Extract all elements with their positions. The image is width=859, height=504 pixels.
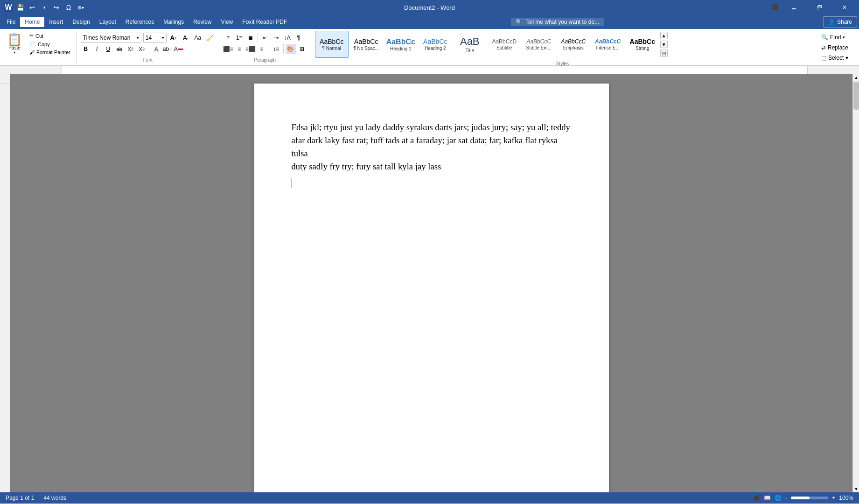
superscript-button[interactable]: X2 <box>137 44 147 54</box>
style-heading1[interactable]: AaBbCc Heading 1 <box>384 31 418 58</box>
copy-button[interactable]: 📄 Copy <box>27 40 73 48</box>
document-page[interactable]: Fdsa jkl; rtyu just yu lady daddy syraku… <box>254 84 609 492</box>
style-emphasis[interactable]: AaBbCcC Emphasis <box>557 31 590 58</box>
format-painter-button[interactable]: 🖌 Format Painter <box>27 49 73 56</box>
replace-label: Replace <box>828 44 848 51</box>
undo-dropdown-button[interactable]: ▾ <box>39 2 49 13</box>
show-formatting-button[interactable]: ¶ <box>293 33 304 43</box>
bold-button[interactable]: B <box>81 44 91 54</box>
menu-file[interactable]: File <box>2 17 20 27</box>
select-button[interactable]: ⬚ Select ▾ <box>818 53 852 63</box>
view-read-mode[interactable]: 📖 <box>764 495 771 501</box>
style-subtle-emphasis-label: Subtle Em... <box>526 45 552 50</box>
shrink-font-button[interactable]: A- <box>181 33 191 43</box>
font-name-selector[interactable]: Times New Roman ▾ <box>81 33 141 43</box>
sort-button[interactable]: ↕A <box>282 33 293 43</box>
borders-button[interactable]: ⊞ <box>297 44 307 54</box>
omega-button[interactable]: Ω <box>63 2 74 13</box>
clear-formatting-button[interactable]: 🧹 <box>205 33 215 43</box>
increase-indent-button[interactable]: ⇥ <box>271 33 281 43</box>
style-subtle-emphasis[interactable]: AaBbCcC Subtle Em... <box>522 31 556 58</box>
share-button[interactable]: 👤 Share <box>823 16 857 28</box>
style-normal[interactable]: AaBbCc ¶ Normal <box>315 31 349 58</box>
redo-button[interactable]: ↪ <box>51 2 62 13</box>
find-icon: 🔍 <box>821 34 828 41</box>
align-left-button[interactable]: ⬛≡ <box>223 44 233 54</box>
page-info: Page 1 of 1 <box>6 495 34 501</box>
text-effects-button[interactable]: A <box>151 44 161 54</box>
justify-button[interactable]: ≡ <box>257 44 267 54</box>
style-strong[interactable]: AaBbCc Strong <box>626 31 659 58</box>
style-no-spacing[interactable]: AaBbCc ¶ No Spac... <box>349 31 383 58</box>
scroll-down-button[interactable]: ▼ <box>853 486 859 492</box>
view-print-layout[interactable]: ⬛ <box>753 495 760 501</box>
style-emphasis-label: Emphasis <box>563 45 584 50</box>
font-size-arrow: ▾ <box>162 35 164 40</box>
styles-scroll-up[interactable]: ▲ <box>660 32 668 39</box>
align-right-button[interactable]: ≡⬛ <box>245 44 256 54</box>
zoom-level: 100% <box>839 495 853 501</box>
menu-mailings[interactable]: Mailings <box>159 17 189 27</box>
close-button[interactable]: ✕ <box>834 0 855 15</box>
font-size-selector[interactable]: 14 ▾ <box>143 33 167 43</box>
shading-button[interactable]: 🎨 <box>286 44 296 54</box>
menu-review[interactable]: Review <box>189 17 216 27</box>
decrease-indent-button[interactable]: ⇤ <box>260 33 270 43</box>
menu-design[interactable]: Design <box>68 17 94 27</box>
style-heading2-label: Heading 2 <box>425 46 446 51</box>
scroll-area[interactable]: Fdsa jkl; rtyu just yu lady daddy syraku… <box>10 74 852 492</box>
menu-foxit[interactable]: Foxit Reader PDF <box>237 17 292 27</box>
numbering-button[interactable]: 1≡ <box>234 33 244 43</box>
view-web-layout[interactable]: 🌐 <box>775 495 782 501</box>
underline-button[interactable]: U <box>103 44 113 54</box>
replace-icon: ⇄ <box>821 44 826 51</box>
style-title[interactable]: AaB Title <box>453 31 487 58</box>
scroll-up-button[interactable]: ▲ <box>853 74 859 81</box>
paste-button[interactable]: 📋 Paste ▾ <box>4 31 25 57</box>
document-paragraph[interactable]: Fdsa jkl; rtyu just yu lady daddy syraku… <box>292 121 572 173</box>
maximize-button[interactable]: 🗗 <box>809 0 830 15</box>
font-color-button[interactable]: A <box>174 44 184 54</box>
undo-button[interactable]: ↩ <box>27 2 37 13</box>
menu-references[interactable]: References <box>121 17 159 27</box>
menu-bar: File Home Insert Design Layout Reference… <box>0 15 859 29</box>
save-button[interactable]: 💾 <box>15 2 25 13</box>
right-scrollbar[interactable]: ▲ ▼ <box>852 74 859 492</box>
customize-qat-button[interactable]: ⚙▾ <box>76 2 86 13</box>
minimize-button[interactable]: 🗕 <box>783 0 805 15</box>
italic-button[interactable]: I <box>92 44 102 54</box>
menu-insert[interactable]: Insert <box>44 17 68 27</box>
word-logo-icon[interactable]: W <box>4 3 13 12</box>
style-heading2[interactable]: AaBbCc Heading 2 <box>419 31 452 58</box>
ribbon-display-button[interactable]: ⬛ <box>770 3 780 12</box>
status-bar: Page 1 of 1 44 words ⬛ 📖 🌐 - + 100% <box>0 492 859 504</box>
menu-view[interactable]: View <box>216 17 238 27</box>
styles-more[interactable]: ⊡ <box>660 49 668 57</box>
find-button[interactable]: 🔍 Find ▾ <box>818 33 852 42</box>
subscript-button[interactable]: X2 <box>126 44 136 54</box>
title-bar: W 💾 ↩ ▾ ↪ Ω ⚙▾ Document2 - Word ⬛ 🗕 🗗 ✕ <box>0 0 859 15</box>
multilevel-button[interactable]: ≣ <box>245 33 256 43</box>
style-intense-emphasis[interactable]: AaBbCcC Intense E... <box>591 31 625 58</box>
zoom-slider[interactable] <box>791 497 828 499</box>
zoom-in-button[interactable]: + <box>832 495 835 501</box>
menu-home[interactable]: Home <box>20 17 44 27</box>
replace-button[interactable]: ⇄ Replace <box>818 43 852 52</box>
styles-scroll-controls: ▲ ▼ ⊡ <box>660 31 668 58</box>
zoom-out-button[interactable]: - <box>785 495 787 501</box>
scroll-thumb[interactable] <box>853 82 859 110</box>
bullets-button[interactable]: ≡ <box>223 33 233 43</box>
grow-font-button[interactable]: A+ <box>168 33 179 43</box>
line-spacing-button[interactable]: ↕≡ <box>271 44 281 54</box>
style-subtle-emphasis-preview: AaBbCcC <box>526 38 551 45</box>
word-count: 44 words <box>43 495 66 501</box>
change-case-button[interactable]: Aa <box>193 33 203 43</box>
style-subtitle[interactable]: AaBbCcD Subtitle <box>488 31 521 58</box>
text-highlight-button[interactable]: ab <box>162 44 173 54</box>
tell-me-search[interactable]: 🔍 Tell me what you want to do... <box>511 18 604 26</box>
cut-button[interactable]: ✂ Cut <box>27 32 73 40</box>
align-center-button[interactable]: ≡ <box>234 44 244 54</box>
menu-layout[interactable]: Layout <box>95 17 121 27</box>
strikethrough-button[interactable]: ab <box>114 44 125 54</box>
styles-scroll-down[interactable]: ▼ <box>660 41 668 48</box>
